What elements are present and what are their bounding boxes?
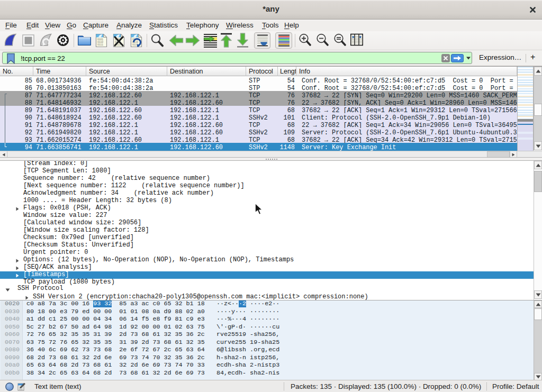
svg-text:0111: 0111 xyxy=(97,43,103,46)
